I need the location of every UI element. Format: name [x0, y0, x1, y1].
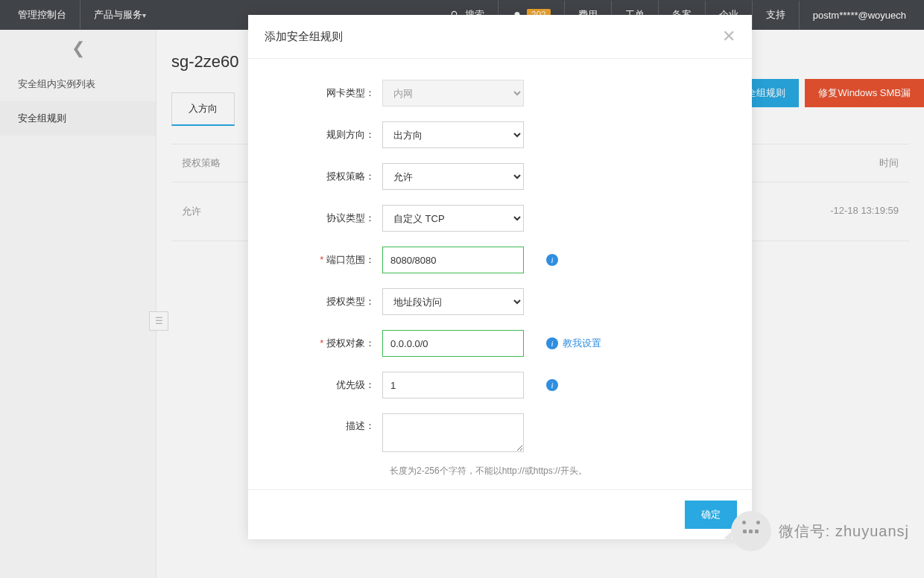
- policy-select[interactable]: 允许: [382, 163, 524, 190]
- label-authobj: 授权对象：: [270, 337, 382, 350]
- nic-select: 内网: [382, 80, 524, 107]
- modal: 添加安全组规则 ✕ 网卡类型： 内网 规则方向： 出方向 授权策略： 允许 协议…: [248, 15, 752, 539]
- desc-textarea[interactable]: [382, 413, 524, 452]
- close-icon[interactable]: ✕: [722, 28, 735, 45]
- protocol-select[interactable]: 自定义 TCP: [382, 205, 524, 232]
- label-authtype: 授权类型：: [270, 295, 382, 308]
- label-priority: 优先级：: [270, 378, 382, 392]
- teach-link[interactable]: 教我设置: [563, 337, 601, 350]
- authtype-select[interactable]: 地址段访问: [382, 288, 524, 315]
- direction-select[interactable]: 出方向: [382, 121, 524, 148]
- authobj-input[interactable]: [382, 330, 524, 357]
- label-protocol: 协议类型：: [270, 212, 382, 225]
- info-icon[interactable]: i: [546, 379, 558, 391]
- port-input[interactable]: [382, 247, 524, 273]
- priority-input[interactable]: [382, 372, 524, 398]
- info-icon[interactable]: i: [546, 337, 558, 349]
- label-desc: 描述：: [270, 413, 382, 433]
- label-policy: 授权策略：: [270, 170, 382, 183]
- label-nic: 网卡类型：: [270, 86, 382, 100]
- label-direction: 规则方向：: [270, 128, 382, 142]
- desc-hint: 长度为2-256个字符，不能以http://或https://开头。: [390, 465, 730, 477]
- info-icon[interactable]: i: [546, 254, 558, 266]
- ok-button[interactable]: 确定: [685, 501, 737, 529]
- modal-title: 添加安全组规则: [265, 30, 343, 44]
- label-port: 端口范围：: [270, 253, 382, 267]
